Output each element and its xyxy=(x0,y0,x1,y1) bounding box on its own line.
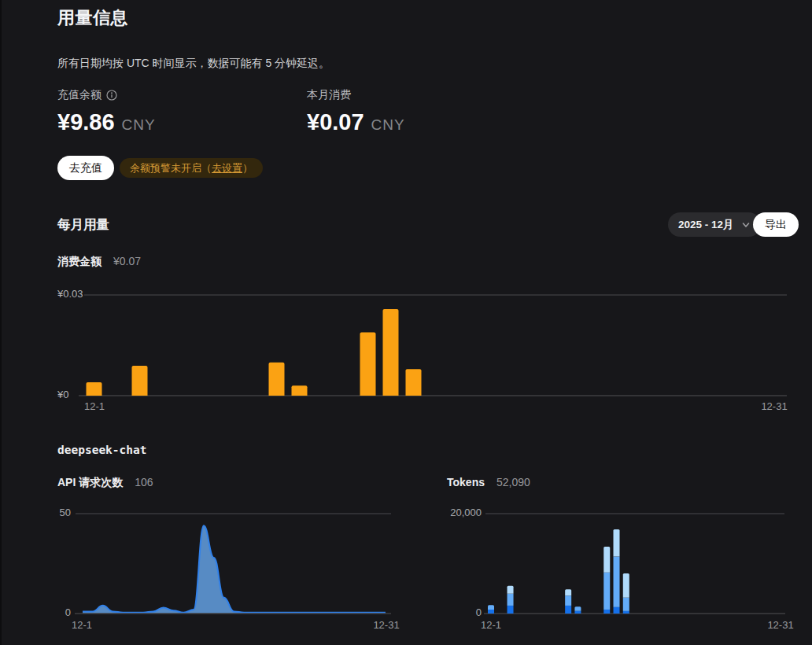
svg-text:20,000: 20,000 xyxy=(450,507,482,518)
balance-label: 充值余额 xyxy=(57,88,102,102)
alert-settings-link[interactable]: 去设置 xyxy=(212,161,242,175)
svg-text:12-1: 12-1 xyxy=(72,619,92,631)
svg-text:¥0.03: ¥0.03 xyxy=(57,288,83,300)
balance-currency: CNY xyxy=(122,116,156,134)
chevron-down-icon xyxy=(741,220,751,230)
alert-badge-suffix: ） xyxy=(242,161,253,175)
month-spend-currency: CNY xyxy=(371,116,405,134)
svg-text:12-1: 12-1 xyxy=(84,400,105,412)
tokens-value: 52,090 xyxy=(496,476,530,488)
month-dropdown-value: 2025 - 12月 xyxy=(678,218,734,232)
api-requests-value: 106 xyxy=(135,476,153,488)
spend-value: ¥0.07 xyxy=(113,255,141,267)
api-requests-metric: API 请求次数 106 xyxy=(57,476,153,490)
month-spend-value: ¥0.07 xyxy=(307,109,364,135)
svg-text:12-31: 12-31 xyxy=(761,400,787,412)
balance-stat: 充值余额 ¥9.86 CNY xyxy=(57,88,156,135)
svg-text:0: 0 xyxy=(476,606,482,618)
balance-value: ¥9.86 xyxy=(57,109,115,135)
spend-label: 消费金额 xyxy=(57,255,102,269)
recharge-button[interactable]: 去充值 xyxy=(57,156,114,180)
monthly-spend-chart: ¥0.03¥012-112-31 xyxy=(47,287,803,416)
svg-text:12-31: 12-31 xyxy=(373,619,399,631)
svg-text:0: 0 xyxy=(65,606,71,618)
tokens-metric: Tokens 52,090 xyxy=(447,476,530,488)
export-button[interactable]: 导出 xyxy=(753,212,799,237)
svg-text:¥0: ¥0 xyxy=(57,389,68,400)
svg-text:50: 50 xyxy=(60,507,71,518)
model-name: deepseek-chat xyxy=(57,444,147,456)
alert-badge-text: 余额预警未开启（ xyxy=(130,161,212,175)
svg-text:12-1: 12-1 xyxy=(481,619,501,631)
month-spend-stat: 本月消费 ¥0.07 CNY xyxy=(307,88,405,135)
api-requests-label: API 请求次数 xyxy=(57,476,123,490)
info-circle-icon[interactable] xyxy=(106,90,117,101)
tokens-label: Tokens xyxy=(447,476,485,488)
month-spend-label: 本月消费 xyxy=(307,88,351,102)
month-dropdown[interactable]: 2025 - 12月 xyxy=(668,212,761,237)
api-requests-chart: 50012-112-31 xyxy=(47,507,409,636)
utc-notice: 所有日期均按 UTC 时间显示，数据可能有 5 分钟延迟。 xyxy=(57,57,330,71)
svg-text:12-31: 12-31 xyxy=(767,619,793,631)
monthly-usage-heading: 每月用量 xyxy=(57,216,109,234)
balance-alert-badge[interactable]: 余额预警未开启（去设置） xyxy=(120,158,263,178)
page-title: 用量信息 xyxy=(57,6,128,30)
tokens-chart: 20,000012-112-31 xyxy=(441,507,812,636)
spend-metric: 消费金额 ¥0.07 xyxy=(57,255,141,269)
